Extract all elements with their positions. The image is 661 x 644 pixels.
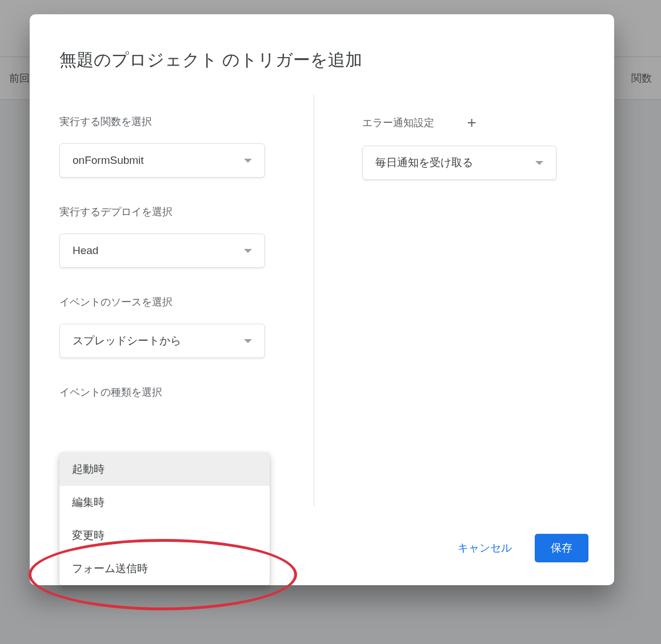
error-notify-value: 毎日通知を受け取る	[375, 155, 473, 170]
cancel-button[interactable]: キャンセル	[451, 535, 519, 561]
trigger-modal: 無題のプロジェクト のトリガーを追加 実行する関数を選択 onFormSubmi…	[30, 14, 614, 585]
function-value: onFormSubmit	[73, 154, 144, 167]
error-notify-dropdown[interactable]: 毎日通知を受け取る	[362, 146, 556, 180]
menu-item-open[interactable]: 起動時	[59, 453, 270, 486]
menu-item-edit[interactable]: 編集時	[59, 486, 270, 519]
source-field: イベントのソースを選択 スプレッドシートから	[59, 295, 282, 358]
right-column: エラー通知設定 + 毎日通知を受け取る	[317, 89, 585, 585]
vertical-divider	[314, 95, 314, 506]
function-label: 実行する関数を選択	[59, 115, 282, 128]
error-notify-field: エラー通知設定 + 毎日通知を受け取る	[362, 115, 585, 180]
deploy-dropdown[interactable]: Head	[59, 234, 265, 268]
event-type-field: イベントの種類を選択	[59, 385, 282, 399]
save-button[interactable]: 保存	[535, 534, 588, 562]
modal-footer: キャンセル 保存	[451, 534, 588, 562]
source-label: イベントのソースを選択	[59, 295, 282, 309]
deploy-value: Head	[73, 244, 98, 257]
function-dropdown[interactable]: onFormSubmit	[59, 143, 265, 178]
caret-down-icon	[244, 249, 252, 253]
caret-down-icon	[535, 161, 543, 165]
deploy-field: 実行するデプロイを選択 Head	[59, 205, 282, 268]
caret-down-icon	[244, 159, 252, 163]
source-dropdown[interactable]: スプレッドシートから	[59, 324, 265, 358]
menu-item-form-submit[interactable]: フォーム送信時	[59, 552, 270, 585]
event-type-menu: 起動時 編集時 変更時 フォーム送信時	[59, 453, 270, 585]
menu-item-change[interactable]: 変更時	[59, 519, 270, 552]
modal-title: 無題のプロジェクト のトリガーを追加	[30, 14, 614, 89]
plus-icon[interactable]: +	[467, 115, 476, 131]
source-value: スプレッドシートから	[73, 333, 181, 348]
error-notify-label: エラー通知設定	[362, 116, 434, 130]
function-field: 実行する関数を選択 onFormSubmit	[59, 115, 282, 178]
deploy-label: 実行するデプロイを選択	[59, 205, 282, 219]
event-type-label: イベントの種類を選択	[59, 385, 282, 399]
caret-down-icon	[244, 339, 252, 343]
